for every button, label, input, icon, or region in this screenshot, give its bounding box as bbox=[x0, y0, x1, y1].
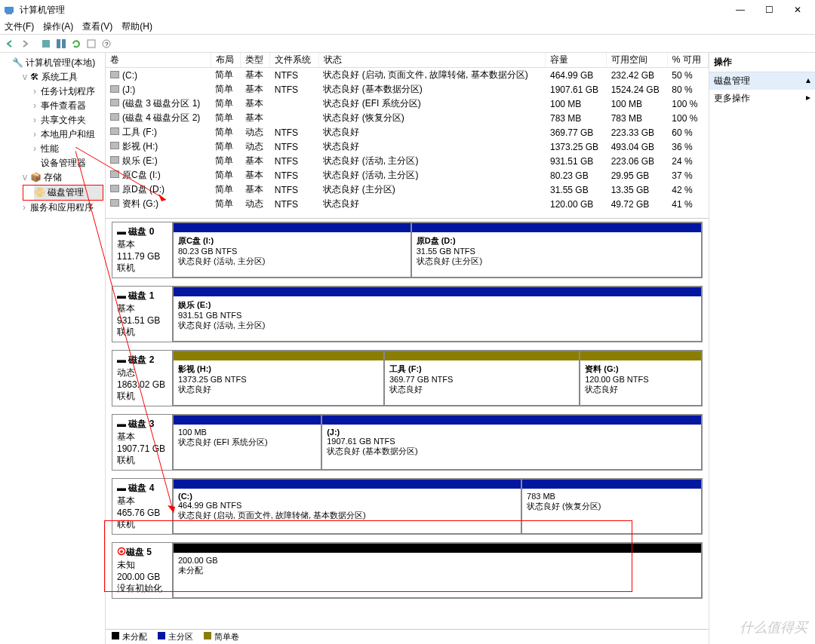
volume-row[interactable]: (磁盘 4 磁盘分区 2)简单基本状态良好 (恢复分区)783 MB783 MB… bbox=[106, 111, 709, 125]
volume-row[interactable]: 工具 (F:)简单动态NTFS状态良好369.77 GB223.33 GB60 … bbox=[106, 125, 709, 140]
tree-services[interactable]: ›服务和应用程序 bbox=[23, 201, 103, 215]
nav-tree[interactable]: 🔧 计算机管理(本地) v🛠 系统工具 ›任务计划程序 ›事件查看器 ›共享文件… bbox=[0, 53, 106, 644]
maximize-button[interactable]: ☐ bbox=[755, 0, 783, 20]
legend: 未分配 主分区 简单卷 bbox=[106, 629, 709, 644]
tree-local-users[interactable]: ›本地用户和组 bbox=[33, 127, 103, 142]
volume-list[interactable]: 卷布局类型文件系统状态容量可用空间% 可用 (C:)简单基本NTFS状态良好 (… bbox=[106, 53, 709, 219]
back-icon[interactable] bbox=[3, 37, 17, 51]
partition[interactable]: (C:)464.99 GB NTFS状态良好 (启动, 页面文件, 故障转储, … bbox=[173, 479, 521, 534]
svg-rect-3 bbox=[57, 39, 60, 48]
partition[interactable]: (J:)1907.61 GB NTFS状态良好 (基本数据分区) bbox=[321, 415, 702, 470]
volume-row[interactable]: 娱乐 (E:)简单基本NTFS状态良好 (活动, 主分区)931.51 GB22… bbox=[106, 154, 709, 168]
tree-system-tools[interactable]: v🛠 系统工具 bbox=[23, 70, 103, 84]
partition[interactable]: 影视 (H:)1373.25 GB NTFS状态良好 bbox=[173, 351, 384, 406]
menu-help[interactable]: 帮助(H) bbox=[121, 20, 152, 33]
col-header[interactable]: 布局 bbox=[211, 53, 240, 68]
actions-header: 操作 bbox=[709, 53, 815, 72]
disk-row[interactable]: ▬ 磁盘 4基本465.76 GB联机(C:)464.99 GB NTFS状态良… bbox=[112, 478, 703, 535]
disk-row[interactable]: ⦿磁盘 5未知200.00 GB没有初始化200.00 GB未分配 bbox=[112, 542, 703, 599]
actions-panel: 操作 磁盘管理▴ 更多操作 ▸ bbox=[709, 53, 815, 644]
disk-row[interactable]: ▬ 磁盘 3基本1907.71 GB联机100 MB状态良好 (EFI 系统分区… bbox=[112, 414, 703, 471]
col-header[interactable]: % 可用 bbox=[667, 53, 708, 68]
tree-task-scheduler[interactable]: ›任务计划程序 bbox=[33, 84, 103, 99]
toolbar: ? bbox=[0, 35, 815, 53]
content-area: 卷布局类型文件系统状态容量可用空间% 可用 (C:)简单基本NTFS状态良好 (… bbox=[106, 53, 709, 644]
col-header[interactable]: 容量 bbox=[546, 53, 607, 68]
menu-action[interactable]: 操作(A) bbox=[43, 20, 73, 33]
svg-rect-2 bbox=[42, 40, 50, 48]
toolbar-icon-1[interactable] bbox=[39, 37, 53, 51]
volume-row[interactable]: 原C盘 (I:)简单基本NTFS状态良好 (活动, 主分区)80.23 GB29… bbox=[106, 168, 709, 182]
partition[interactable]: 资料 (G:)120.00 GB NTFS状态良好 bbox=[580, 351, 702, 406]
svg-rect-5 bbox=[88, 40, 95, 48]
volume-row[interactable]: 影视 (H:)简单动态NTFS状态良好1373.25 GB493.04 GB36… bbox=[106, 140, 709, 154]
partition[interactable]: 783 MB状态良好 (恢复分区) bbox=[521, 479, 702, 534]
menu-bar: 文件(F) 操作(A) 查看(V) 帮助(H) bbox=[0, 20, 815, 35]
col-header[interactable]: 文件系统 bbox=[270, 53, 319, 68]
volume-row[interactable]: (J:)简单基本NTFS状态良好 (基本数据分区)1907.61 GB1524.… bbox=[106, 82, 709, 97]
tree-event-viewer[interactable]: ›事件查看器 bbox=[33, 99, 103, 113]
svg-rect-4 bbox=[62, 39, 66, 48]
disk-row[interactable]: ▬ 磁盘 1基本931.51 GB联机娱乐 (E:)931.51 GB NTFS… bbox=[112, 286, 703, 342]
tree-disk-management[interactable]: 📀 磁盘管理 bbox=[34, 186, 103, 200]
menu-file[interactable]: 文件(F) bbox=[5, 20, 34, 33]
volume-row[interactable]: 原D盘 (D:)简单基本NTFS状态良好 (主分区)31.55 GB13.35 … bbox=[106, 182, 709, 197]
volume-row[interactable]: (磁盘 3 磁盘分区 1)简单基本状态良好 (EFI 系统分区)100 MB10… bbox=[106, 97, 709, 111]
tree-shared-folders[interactable]: ›共享文件夹 bbox=[33, 113, 103, 127]
tree-root[interactable]: 🔧 计算机管理(本地) bbox=[12, 56, 103, 70]
partition[interactable]: 娱乐 (E:)931.51 GB NTFS状态良好 (活动, 主分区) bbox=[173, 287, 702, 342]
app-icon bbox=[3, 4, 15, 16]
toolbar-icon-2[interactable] bbox=[54, 37, 68, 51]
tree-performance[interactable]: ›性能 bbox=[33, 142, 103, 156]
volume-row[interactable]: 资料 (G:)简单动态NTFS状态良好120.00 GB49.72 GB41 % bbox=[106, 197, 709, 211]
col-header[interactable]: 可用空间 bbox=[607, 53, 668, 68]
svg-rect-0 bbox=[5, 7, 14, 13]
help-icon[interactable]: ? bbox=[100, 37, 113, 51]
watermark: 什么值得买 bbox=[740, 618, 807, 636]
toolbar-icon-4[interactable] bbox=[85, 37, 98, 51]
disk-row[interactable]: ▬ 磁盘 0基本111.79 GB联机原C盘 (I:)80.23 GB NTFS… bbox=[112, 222, 703, 278]
partition[interactable]: 工具 (F:)369.77 GB NTFS状态良好 bbox=[384, 351, 580, 406]
minimize-button[interactable]: — bbox=[726, 0, 755, 20]
col-header[interactable]: 状态 bbox=[318, 53, 546, 68]
actions-section[interactable]: 磁盘管理▴ bbox=[709, 72, 815, 90]
actions-more[interactable]: 更多操作 ▸ bbox=[709, 90, 815, 107]
window-title: 计算机管理 bbox=[20, 4, 726, 17]
volume-row[interactable]: (C:)简单基本NTFS状态良好 (启动, 页面文件, 故障转储, 基本数据分区… bbox=[106, 68, 709, 83]
disk-map[interactable]: ▬ 磁盘 0基本111.79 GB联机原C盘 (I:)80.23 GB NTFS… bbox=[106, 219, 709, 629]
col-header[interactable]: 卷 bbox=[106, 53, 211, 68]
refresh-icon[interactable] bbox=[69, 37, 83, 51]
partition[interactable]: 200.00 GB未分配 bbox=[173, 543, 702, 598]
menu-view[interactable]: 查看(V) bbox=[82, 20, 112, 33]
forward-icon[interactable] bbox=[18, 37, 32, 51]
svg-rect-1 bbox=[6, 13, 12, 14]
partition[interactable]: 原C盘 (I:)80.23 GB NTFS状态良好 (活动, 主分区) bbox=[173, 222, 411, 278]
partition[interactable]: 原D盘 (D:)31.55 GB NTFS状态良好 (主分区) bbox=[411, 222, 702, 278]
title-bar: 计算机管理 — ☐ ✕ bbox=[0, 0, 815, 20]
partition[interactable]: 100 MB状态良好 (EFI 系统分区) bbox=[173, 415, 321, 470]
tree-storage[interactable]: v📦 存储 bbox=[23, 170, 103, 185]
tree-device-manager[interactable]: 设备管理器 bbox=[33, 156, 103, 170]
disk-row[interactable]: ▬ 磁盘 2动态1863.02 GB联机影视 (H:)1373.25 GB NT… bbox=[112, 350, 703, 406]
col-header[interactable]: 类型 bbox=[241, 53, 270, 68]
close-button[interactable]: ✕ bbox=[783, 0, 812, 20]
svg-text:?: ? bbox=[105, 41, 109, 48]
